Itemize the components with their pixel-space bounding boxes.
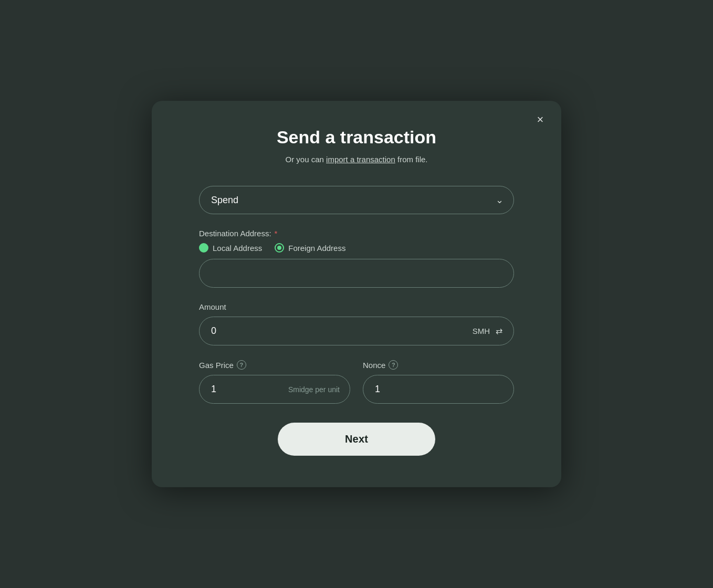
gas-price-help-icon[interactable]: ? xyxy=(237,360,246,370)
gas-price-section: Gas Price ? Smidge per unit xyxy=(199,360,350,404)
address-type-radio-group: Local Address Foreign Address xyxy=(199,243,514,253)
nonce-section: Nonce ? xyxy=(363,360,514,404)
modal-title: Send a transaction xyxy=(199,127,514,148)
required-star: * xyxy=(275,229,278,238)
amount-section: Amount SMH ⇄ xyxy=(199,302,514,345)
modal-subtitle: Or you can import a transaction from fil… xyxy=(199,155,514,164)
amount-input[interactable] xyxy=(199,317,514,345)
transaction-type-section: Spend Transfer Deploy ⌄ xyxy=(199,186,514,214)
next-button[interactable]: Next xyxy=(278,423,435,456)
close-button[interactable]: × xyxy=(532,111,549,128)
destination-address-input[interactable] xyxy=(199,259,514,288)
nonce-help-icon[interactable]: ? xyxy=(389,360,398,370)
local-address-radio-dot xyxy=(199,243,208,253)
transaction-type-select[interactable]: Spend Transfer Deploy xyxy=(199,186,514,214)
foreign-address-radio[interactable]: Foreign Address xyxy=(275,243,345,253)
destination-address-section: Destination Address: * Local Address For… xyxy=(199,229,514,288)
gas-nonce-row: Gas Price ? Smidge per unit Nonce ? xyxy=(199,360,514,404)
foreign-address-radio-dot xyxy=(275,243,284,253)
gas-price-label: Gas Price ? xyxy=(199,360,350,370)
send-transaction-modal: × Send a transaction Or you can import a… xyxy=(152,101,561,487)
local-address-radio[interactable]: Local Address xyxy=(199,243,262,253)
nonce-label: Nonce ? xyxy=(363,360,514,370)
transaction-type-dropdown[interactable]: Spend Transfer Deploy ⌄ xyxy=(199,186,514,214)
import-transaction-link[interactable]: import a transaction xyxy=(326,155,395,164)
gas-price-wrapper: Smidge per unit xyxy=(199,375,350,404)
swap-currency-icon[interactable]: ⇄ xyxy=(493,326,505,337)
gas-price-input[interactable] xyxy=(199,375,350,404)
amount-wrapper: SMH ⇄ xyxy=(199,317,514,345)
amount-label: Amount xyxy=(199,302,514,311)
destination-address-label: Destination Address: * xyxy=(199,229,514,238)
nonce-input[interactable] xyxy=(363,375,514,404)
